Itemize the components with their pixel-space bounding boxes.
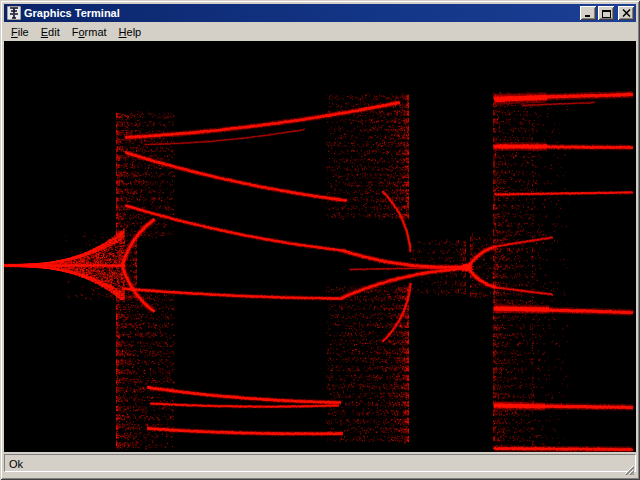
resize-grip[interactable] <box>621 461 634 474</box>
status-panel: Ok <box>4 454 636 472</box>
menu-item-help[interactable]: Help <box>113 24 148 40</box>
minimize-button[interactable] <box>580 6 596 20</box>
titlebar: Graphics Terminal <box>4 4 636 22</box>
close-button[interactable] <box>618 6 634 20</box>
close-icon <box>622 9 631 17</box>
maximize-button[interactable] <box>598 6 614 20</box>
graphics-display <box>4 41 636 452</box>
window-title: Graphics Terminal <box>24 4 578 22</box>
menu-item-edit[interactable]: Edit <box>35 24 66 40</box>
menu-item-file[interactable]: File <box>5 24 35 40</box>
status-text: Ok <box>9 458 23 470</box>
menubar: FileEditFormatHelp <box>4 22 636 41</box>
app-window: Graphics Terminal FileEditFormatHelp Ok <box>0 0 640 480</box>
app-icon[interactable] <box>7 6 21 20</box>
menu-item-format[interactable]: Format <box>66 24 113 40</box>
plot-canvas[interactable] <box>4 41 636 452</box>
minimize-icon <box>584 9 593 18</box>
maximize-icon <box>602 9 611 18</box>
resize-grip-icon <box>621 462 634 475</box>
statusbar: Ok <box>4 452 636 476</box>
